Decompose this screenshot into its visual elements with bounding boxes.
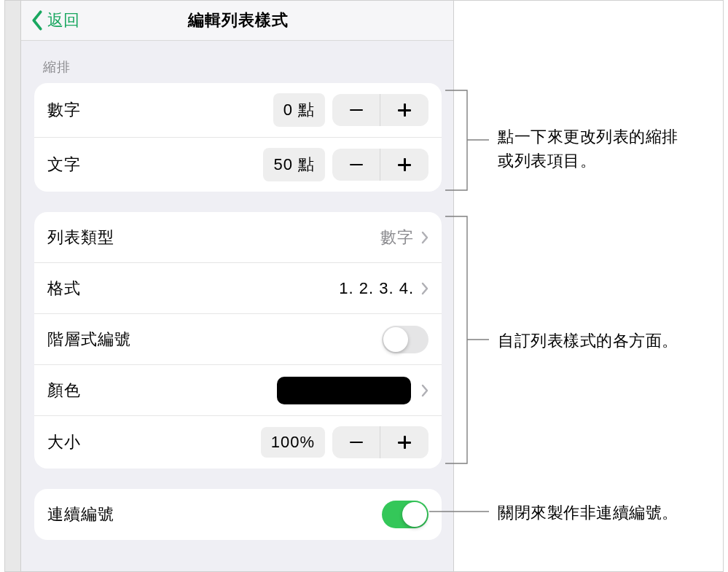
- indent-number-value[interactable]: 0 點: [273, 93, 325, 127]
- panel-header: 返回 編輯列表樣式: [21, 1, 455, 41]
- indent-number-plus-button[interactable]: [380, 94, 428, 126]
- size-plus-button[interactable]: [380, 426, 428, 458]
- minus-icon: [350, 109, 363, 111]
- toggle-knob: [402, 502, 427, 527]
- indent-group: 數字 0 點 文字 50 點: [34, 83, 442, 192]
- indent-number-label: 數字: [47, 99, 273, 121]
- options-group: 列表類型 數字 格式 1. 2. 3. 4. 階層式編號 顏色: [34, 212, 442, 469]
- plus-icon: [398, 436, 411, 449]
- color-swatch: [277, 377, 411, 404]
- plus-icon: [398, 158, 411, 171]
- indent-text-minus-button[interactable]: [332, 149, 380, 181]
- indent-text-stepper: [332, 149, 428, 181]
- chevron-right-icon: [421, 231, 428, 244]
- callout-indent: 點一下來更改列表的縮排或列表項目。: [498, 125, 687, 173]
- callout-continuous: 關閉來製作非連續編號。: [498, 501, 716, 525]
- page-wrapper: 返回 編輯列表樣式 縮排 數字 0 點 文字 50 點: [4, 0, 724, 572]
- indent-text-plus-button[interactable]: [380, 149, 428, 181]
- panel-body: 縮排 數字 0 點 文字 50 點: [21, 41, 455, 571]
- chevron-right-icon: [421, 384, 428, 397]
- list-type-row[interactable]: 列表類型 數字: [34, 212, 442, 263]
- size-label: 大小: [47, 431, 261, 453]
- continuous-group: 連續編號: [34, 489, 442, 540]
- panel-title: 編輯列表樣式: [188, 9, 289, 31]
- indent-number-stepper: [332, 94, 428, 126]
- format-value: 1. 2. 3. 4.: [339, 279, 414, 298]
- continuous-label: 連續編號: [47, 504, 382, 525]
- size-row: 大小 100%: [34, 416, 442, 469]
- format-label: 格式: [47, 278, 339, 299]
- toggle-knob: [383, 327, 408, 352]
- color-row[interactable]: 顏色: [34, 365, 442, 416]
- settings-panel: 返回 編輯列表樣式 縮排 數字 0 點 文字 50 點: [21, 1, 455, 571]
- right-gutter: [453, 1, 723, 571]
- tiered-label: 階層式編號: [47, 329, 382, 350]
- tiered-row: 階層式編號: [34, 314, 442, 365]
- back-label: 返回: [47, 9, 79, 31]
- back-button[interactable]: 返回: [30, 9, 79, 31]
- left-gutter: [5, 1, 21, 571]
- size-value[interactable]: 100%: [261, 427, 325, 458]
- size-stepper: [332, 426, 428, 458]
- minus-icon: [350, 442, 363, 444]
- indent-text-label: 文字: [47, 154, 263, 176]
- indent-section-label: 縮排: [21, 41, 455, 83]
- indent-text-row: 文字 50 點: [34, 138, 442, 192]
- plus-icon: [398, 103, 411, 117]
- continuous-row: 連續編號: [34, 489, 442, 540]
- list-type-label: 列表類型: [47, 227, 380, 248]
- minus-icon: [350, 164, 363, 166]
- color-label: 顏色: [47, 380, 277, 401]
- size-minus-button[interactable]: [332, 426, 380, 458]
- format-row[interactable]: 格式 1. 2. 3. 4.: [34, 263, 442, 314]
- indent-text-value[interactable]: 50 點: [263, 148, 325, 181]
- callout-options: 自訂列表樣式的各方面。: [498, 329, 716, 353]
- indent-number-minus-button[interactable]: [332, 94, 380, 126]
- list-type-value: 數字: [380, 227, 414, 248]
- continuous-toggle[interactable]: [382, 501, 428, 528]
- indent-number-row: 數字 0 點: [34, 83, 442, 138]
- chevron-left-icon: [30, 10, 44, 31]
- chevron-right-icon: [421, 282, 428, 295]
- tiered-toggle[interactable]: [382, 326, 428, 353]
